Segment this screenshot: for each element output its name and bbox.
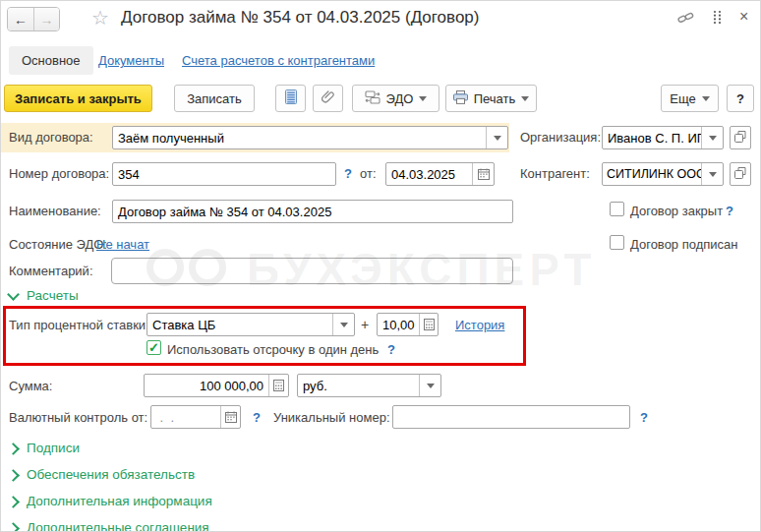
rate-type-value: Ставка ЦБ [147, 314, 332, 335]
more-label: Еще [670, 91, 695, 106]
contract-closed-help[interactable]: ? [726, 204, 733, 218]
print-button[interactable]: Печать [445, 85, 537, 112]
contract-number-value: 354 [113, 163, 335, 185]
currency-control-date-input[interactable]: . . [150, 405, 241, 429]
counterparty-label: Контрагент: [520, 166, 590, 181]
tab-main[interactable]: Основное [9, 46, 93, 75]
paperclip-icon [322, 89, 335, 107]
amount-input[interactable]: 100 000,00 [144, 374, 289, 397]
currency-control-label: Валютный контроль от: [9, 410, 147, 425]
calendar-icon[interactable] [220, 406, 240, 428]
contract-date-value: 04.03.2025 [386, 163, 472, 185]
amount-value: 100 000,00 [145, 375, 268, 396]
counterparty-open-button[interactable] [730, 162, 751, 186]
calculator-icon[interactable] [419, 314, 438, 335]
rate-type-label: Тип процентной ставки: [9, 318, 149, 332]
currency-select[interactable]: руб. [297, 374, 441, 397]
organization-open-button[interactable] [730, 126, 751, 149]
unique-number-input[interactable] [392, 405, 630, 429]
currency-control-value: . . [151, 406, 220, 428]
contract-kind-select[interactable]: Заём полученный [112, 126, 508, 149]
help-button[interactable]: ? [727, 85, 754, 112]
dropdown-arrow-icon[interactable] [701, 163, 723, 185]
attachments-button[interactable] [313, 85, 343, 112]
calculator-icon[interactable] [268, 375, 288, 396]
comment-label: Комментарий: [9, 264, 93, 278]
contract-closed-label: Договор закрыт [630, 204, 723, 218]
organization-select[interactable]: Иванов С. П. ИП [602, 126, 724, 149]
expand-chevron-icon[interactable] [7, 469, 20, 482]
more-button[interactable]: Еще [661, 85, 719, 112]
contract-number-help[interactable]: ? [344, 166, 352, 181]
reports-button[interactable] [275, 85, 306, 112]
section-additional-agreements[interactable]: Дополнительные соглашения [27, 520, 209, 532]
currency-control-help[interactable]: ? [253, 410, 261, 425]
save-button[interactable]: Записать [174, 85, 255, 112]
edo-button[interactable]: ЭДО [352, 85, 439, 112]
tab-settlement-accounts[interactable]: Счета расчетов с контрагентами [182, 53, 375, 68]
contract-signed-checkbox[interactable] [610, 235, 624, 250]
history-link[interactable]: История [455, 318, 504, 332]
print-label: Печать [474, 91, 516, 106]
section-additional-info[interactable]: Дополнительная информация [27, 494, 212, 508]
edo-state-label: Состояние ЭДО: [9, 237, 107, 252]
extra-percent-input[interactable]: 10,00 [377, 313, 439, 336]
chevron-down-icon [419, 96, 427, 101]
comment-value [112, 259, 512, 283]
expand-chevron-icon[interactable] [7, 496, 20, 508]
delay-option-label: Использовать отсрочку в один день [167, 342, 379, 357]
delay-option-help[interactable]: ? [387, 342, 395, 357]
close-icon[interactable]: × [739, 8, 748, 26]
contract-window: ← → ☆ Договор займа № 354 от 04.03.2025 … [0, 0, 761, 532]
amount-label: Сумма: [9, 379, 52, 393]
unique-number-help[interactable]: ? [640, 410, 648, 425]
dropdown-arrow-icon[interactable] [419, 375, 440, 396]
favorite-star-icon[interactable]: ☆ [91, 6, 109, 30]
contract-number-input[interactable]: 354 [112, 162, 336, 186]
link-icon[interactable] [677, 11, 694, 25]
report-icon [285, 89, 297, 107]
edo-state-link[interactable]: Не начат [96, 237, 149, 252]
contract-date-input[interactable]: 04.03.2025 [385, 162, 495, 186]
calendar-icon[interactable] [472, 163, 494, 185]
date-from-label: от: [360, 166, 377, 181]
contract-number-label: Номер договора: [9, 166, 109, 181]
open-form-icon [734, 129, 746, 147]
organization-value: Иванов С. П. ИП [603, 127, 701, 148]
tab-documents[interactable]: Документы [98, 53, 164, 68]
section-calculations[interactable]: Расчеты [27, 288, 79, 303]
unique-number-label: Уникальный номер: [273, 410, 390, 425]
counterparty-select[interactable]: СИТИЛИНК ООО [602, 162, 724, 186]
contract-kind-value: Заём полученный [113, 127, 486, 148]
collapse-chevron-icon[interactable] [7, 288, 20, 301]
dropdown-arrow-icon[interactable] [701, 127, 723, 148]
dropdown-arrow-icon[interactable] [486, 127, 507, 148]
dropdown-arrow-icon[interactable] [332, 314, 354, 335]
organization-label: Организация: [520, 130, 601, 145]
comment-input[interactable] [111, 258, 513, 284]
name-label: Наименование: [9, 204, 101, 218]
section-signatures[interactable]: Подписи [27, 441, 80, 455]
rate-type-select[interactable]: Ставка ЦБ [146, 313, 355, 336]
name-input[interactable]: Договор займа № 354 от 04.03.2025 [112, 200, 513, 223]
save-and-close-button[interactable]: Записать и закрыть [4, 85, 152, 112]
printer-icon [453, 90, 468, 107]
section-obligations[interactable]: Обеспечения обязательств [27, 467, 195, 482]
back-button[interactable]: ← [8, 8, 33, 30]
expand-chevron-icon[interactable] [7, 522, 20, 532]
nav-button-group: ← → [7, 7, 60, 31]
contract-signed-label: Договор подписан [630, 237, 737, 252]
chevron-down-icon [521, 96, 529, 101]
more-options-icon[interactable] [713, 10, 722, 25]
forward-arrow-icon: → [40, 12, 54, 28]
contract-kind-label: Вид договора: [9, 130, 93, 145]
forward-button[interactable]: → [33, 8, 59, 30]
expand-chevron-icon[interactable] [7, 443, 20, 455]
name-value: Договор займа № 354 от 04.03.2025 [113, 201, 512, 222]
back-arrow-icon: ← [14, 12, 28, 28]
edo-exchange-icon [365, 90, 380, 107]
delay-option-checkbox[interactable]: ✓ [146, 340, 161, 355]
contract-closed-checkbox[interactable] [610, 202, 624, 216]
currency-value: руб. [298, 375, 419, 396]
page-title: Договор займа № 354 от 04.03.2025 (Догов… [121, 8, 479, 28]
